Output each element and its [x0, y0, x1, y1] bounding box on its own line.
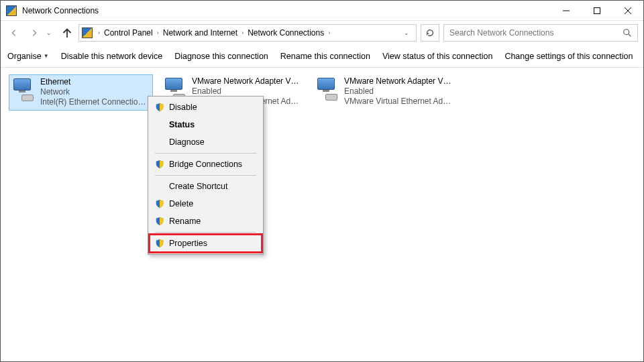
adapter-status: Enabled — [344, 86, 455, 97]
view-status-button[interactable]: View status of this connection — [382, 52, 492, 61]
context-item-create-shortcut[interactable]: Create Shortcut — [150, 178, 262, 195]
context-separator — [155, 153, 256, 154]
context-item-disable[interactable]: Disable — [150, 99, 262, 116]
organise-button[interactable]: Organise▼ — [7, 52, 49, 61]
network-adapter-icon — [316, 76, 340, 106]
context-item-properties[interactable]: Properties — [150, 235, 262, 252]
adapter-name: VMware Network Adapter VMnet1 — [192, 76, 303, 86]
context-item-label: Properties — [169, 239, 207, 248]
adapter-list: Ethernet Network Intel(R) Ethernet Conne… — [9, 74, 635, 111]
context-item-rename[interactable]: Rename — [150, 213, 262, 230]
rename-button[interactable]: Rename this connection — [280, 52, 370, 61]
refresh-button[interactable] — [421, 24, 439, 42]
maximize-button[interactable] — [582, 1, 612, 21]
adapter-name: Ethernet — [40, 77, 150, 87]
network-adapter-icon — [12, 77, 36, 107]
context-item-label: Bridge Connections — [169, 160, 242, 169]
address-bar[interactable]: › Control Panel › Network and Internet ›… — [78, 24, 417, 42]
chevron-right-icon: › — [97, 29, 101, 36]
context-item-label: Diagnose — [169, 137, 205, 147]
adapter-name: VMware Network Adapter VMnet8 — [344, 76, 455, 86]
address-dropdown[interactable]: ⌄ — [400, 29, 413, 36]
shield-icon — [155, 199, 164, 208]
command-bar: Organise▼ Disable this network device Di… — [1, 45, 643, 68]
search-box[interactable] — [443, 24, 638, 42]
context-menu: DisableStatusDiagnoseBridge ConnectionsC… — [148, 96, 264, 255]
breadcrumb-item[interactable]: Control Panel — [101, 28, 156, 38]
shield-icon — [155, 103, 164, 112]
search-input[interactable] — [449, 28, 623, 38]
breadcrumb-item[interactable]: Network and Internet — [160, 28, 240, 38]
diagnose-button[interactable]: Diagnose this connection — [174, 52, 268, 61]
context-separator — [155, 175, 256, 176]
chevron-right-icon: › — [327, 29, 331, 36]
adapter-device: Intel(R) Ethernet Connection (7) I.. — [40, 97, 150, 107]
chevron-right-icon: › — [240, 29, 245, 36]
context-item-label: Rename — [169, 217, 201, 226]
address-row: ⌄ › Control Panel › Network and Internet… — [1, 21, 643, 45]
adapter-item[interactable]: VMware Network Adapter VMnet8 Enabled VM… — [313, 74, 458, 111]
title-bar: Network Connections — [1, 1, 643, 21]
chevron-right-icon: › — [156, 29, 160, 36]
context-item-label: Create Shortcut — [169, 182, 228, 191]
breadcrumb-item[interactable]: Network Connections — [245, 28, 327, 38]
change-settings-button[interactable]: Change settings of this connection — [504, 52, 633, 61]
adapter-device: VMware Virtual Ethernet Adapter ... — [344, 97, 455, 107]
location-icon — [82, 27, 93, 38]
svg-rect-1 — [594, 7, 600, 13]
disable-device-button[interactable]: Disable this network device — [61, 52, 162, 61]
up-button[interactable] — [60, 25, 74, 40]
window-title: Network Connections — [22, 6, 99, 15]
adapter-item[interactable]: Ethernet Network Intel(R) Ethernet Conne… — [9, 74, 153, 111]
shield-icon — [155, 239, 164, 248]
context-item-status[interactable]: Status — [150, 116, 262, 133]
back-button[interactable] — [6, 25, 22, 41]
context-item-label: Delete — [169, 199, 193, 208]
close-button[interactable] — [612, 1, 643, 21]
context-item-label: Disable — [169, 103, 197, 112]
context-item-diagnose[interactable]: Diagnose — [150, 133, 262, 151]
context-separator — [155, 232, 256, 233]
history-dropdown[interactable]: ⌄ — [46, 29, 56, 36]
adapter-status: Enabled — [192, 86, 303, 97]
window-controls — [551, 1, 643, 21]
shield-icon — [155, 217, 164, 226]
forward-button[interactable] — [26, 25, 42, 41]
context-item-delete[interactable]: Delete — [150, 195, 262, 213]
context-item-label: Status — [169, 120, 195, 129]
svg-point-4 — [624, 29, 629, 35]
context-item-bridge-connections[interactable]: Bridge Connections — [150, 156, 262, 173]
minimize-button[interactable] — [551, 1, 582, 21]
adapter-status: Network — [40, 87, 150, 97]
shield-icon — [155, 160, 164, 169]
svg-line-5 — [629, 34, 631, 37]
content-area: Ethernet Network Intel(R) Ethernet Conne… — [1, 68, 643, 117]
search-icon — [623, 28, 632, 38]
app-icon — [6, 5, 17, 16]
